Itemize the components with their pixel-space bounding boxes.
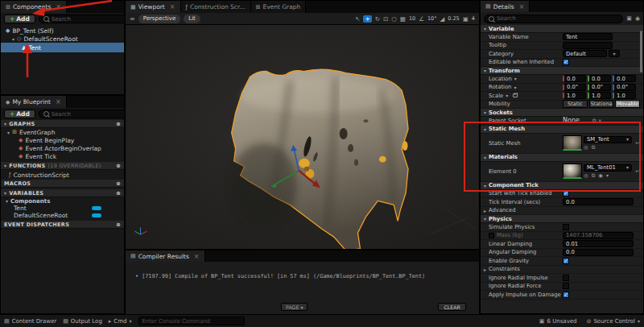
browse-to-asset-icon[interactable]: ⧉ xyxy=(592,172,596,179)
simulate-physics-checkbox[interactable] xyxy=(563,224,569,230)
tab-compiler-results[interactable]: ▤ Compiler Results × xyxy=(126,250,205,262)
tab-components[interactable]: ⊞ Components × xyxy=(1,1,67,13)
location-y-field[interactable]: 0.0 xyxy=(588,75,611,82)
ignore-radial-impulse-checkbox[interactable] xyxy=(563,275,569,281)
page-dropdown[interactable]: PAGE ▾ xyxy=(281,303,308,311)
scale-tool-icon[interactable]: ⊡ xyxy=(383,15,388,23)
tree-item-tent[interactable]: ▲ Tent xyxy=(1,43,124,52)
event-graph-item[interactable]: ▾ ⊞ EventGraph xyxy=(1,128,124,136)
components-search[interactable] xyxy=(39,14,134,23)
variable-tent[interactable]: Tent xyxy=(1,205,124,212)
tab-construction-script[interactable]: ƒ Construction Scr... xyxy=(181,1,251,13)
mobility-movable[interactable]: Movable xyxy=(615,100,640,108)
category-dropdown[interactable]: Default xyxy=(563,50,607,57)
section-variable[interactable]: ▾ Variable xyxy=(481,25,643,33)
details-search[interactable] xyxy=(484,14,623,23)
scale-snap-icon[interactable]: ◢ xyxy=(440,15,445,23)
functions-header[interactable]: ▾ FUNCTIONS (19 OVERRIDABLE) ⊕ xyxy=(1,162,124,170)
my-blueprint-search[interactable] xyxy=(39,110,134,118)
close-icon[interactable]: × xyxy=(56,98,61,106)
caret-down-icon[interactable]: ▾ xyxy=(12,36,14,42)
linear-damping-field[interactable]: 0.01 xyxy=(563,240,634,247)
static-mesh-thumbnail[interactable] xyxy=(563,135,582,151)
section-static-mesh[interactable]: ▾ Static Mesh xyxy=(481,126,643,134)
material-thumbnail[interactable] xyxy=(563,164,582,179)
section-transform[interactable]: ▾ Transform xyxy=(481,67,643,75)
socket-clear-icon[interactable]: × xyxy=(598,118,602,124)
tab-details[interactable]: ▤ Details × xyxy=(481,1,530,12)
variable-type-pill[interactable] xyxy=(92,213,101,217)
select-tool-icon[interactable]: ↖ xyxy=(355,15,360,23)
gear-icon[interactable]: ◉ xyxy=(635,15,640,22)
details-search-input[interactable] xyxy=(497,15,618,22)
perspective-dropdown[interactable]: Perspective xyxy=(138,14,181,23)
angle-snap-icon[interactable]: ∠ xyxy=(419,15,424,23)
grid-snap-value[interactable]: 10 xyxy=(409,15,415,22)
material-options-icon[interactable]: ◉ xyxy=(598,172,603,179)
event-begin-play-item[interactable]: ◆ Event BeginPlay xyxy=(1,136,124,144)
socket-browse-icon[interactable]: ⧉ xyxy=(592,118,597,124)
tree-item-default-scene-root[interactable]: ▾ ◇ DefaultSceneRoot xyxy=(1,35,124,43)
viewport-menu-icon[interactable]: ≡ xyxy=(130,15,135,23)
advanced-expander[interactable]: ▸ Advanced xyxy=(481,207,643,216)
my-blueprint-search-input[interactable] xyxy=(52,111,129,118)
angular-damping-field[interactable]: 0.0 xyxy=(563,249,634,256)
use-selected-asset-icon[interactable]: ◎ xyxy=(584,172,588,179)
content-drawer-button[interactable]: ▤ Content Drawer xyxy=(4,318,56,325)
ignore-radial-force-checkbox[interactable] xyxy=(563,283,569,289)
constraints-expander[interactable]: ▸ Constraints xyxy=(481,266,643,275)
add-blueprint-item-button[interactable]: + Add xyxy=(4,110,35,118)
world-space-icon[interactable]: ○ xyxy=(391,15,397,23)
rotate-tool-icon[interactable]: ↻ xyxy=(375,15,380,23)
event-tick-item[interactable]: ◆ Event Tick xyxy=(1,152,124,160)
details-scrollbar[interactable] xyxy=(640,31,642,72)
close-icon[interactable]: × xyxy=(519,3,525,10)
use-selected-asset-icon[interactable]: ◎ xyxy=(584,144,588,151)
start-with-tick-enabled-checkbox[interactable]: ✓ xyxy=(563,190,569,197)
close-icon[interactable]: × xyxy=(56,3,61,10)
macros-header[interactable]: MACROS ⊕ xyxy=(1,180,124,188)
caret-down-icon[interactable]: ▾ xyxy=(606,172,609,178)
reset-to-default-icon[interactable]: ↩ xyxy=(635,168,640,175)
lock-icon[interactable] xyxy=(513,93,518,97)
add-variable-icon[interactable]: ⊕ xyxy=(116,190,121,197)
output-log-button[interactable]: ▤ Output Log xyxy=(63,318,102,325)
tree-item-bp-tent[interactable]: ◆ BP_Tent (Self) xyxy=(1,27,124,35)
editable-when-inherited-checkbox[interactable]: ✓ xyxy=(563,59,569,65)
scale-snap-value[interactable]: 0.25 xyxy=(448,15,459,22)
components-search-input[interactable] xyxy=(52,16,129,23)
graphs-header[interactable]: ▾ GRAPHS ⊕ xyxy=(1,120,124,128)
add-function-icon[interactable]: ⊕ xyxy=(116,163,121,169)
enable-gravity-checkbox[interactable]: ✓ xyxy=(563,258,569,264)
event-actor-begin-overlap-item[interactable]: ◆ Event ActorBeginOverlap xyxy=(1,144,124,152)
clear-button[interactable]: CLEAR xyxy=(438,303,466,311)
section-component-tick[interactable]: ▾ Component Tick xyxy=(481,182,643,190)
camera-speed-value[interactable]: 4 xyxy=(472,15,475,22)
browse-to-asset-icon[interactable]: ⧉ xyxy=(592,144,596,151)
scale-z-field[interactable]: 1.0 xyxy=(613,92,636,99)
location-z-field[interactable]: 0.0 xyxy=(613,75,636,82)
move-tool-icon[interactable]: + xyxy=(363,15,371,23)
source-control-button[interactable]: ⊘ Source Control ▾ xyxy=(587,318,640,325)
add-component-button[interactable]: + Add xyxy=(4,14,35,23)
scale-x-field[interactable]: 1.0 xyxy=(563,92,586,99)
tab-my-blueprint[interactable]: ◆ My Blueprint × xyxy=(1,96,67,108)
mobility-static[interactable]: Static xyxy=(563,100,588,108)
rotation-z-field[interactable]: 0.0° xyxy=(613,84,636,91)
section-physics[interactable]: ▾ Physics xyxy=(481,215,643,223)
viewport-3d-scene[interactable] xyxy=(126,25,479,249)
close-icon[interactable]: × xyxy=(194,253,200,260)
display-filter-icon[interactable]: ▣ xyxy=(626,15,632,22)
camera-speed-icon[interactable]: ▣ xyxy=(463,15,469,23)
mobility-stationary[interactable]: Stationa xyxy=(589,100,614,108)
section-sockets[interactable]: ▾ Sockets xyxy=(481,109,643,117)
apply-impulse-on-damage-checkbox[interactable]: ✓ xyxy=(563,292,569,298)
add-graph-icon[interactable]: ⊕ xyxy=(116,121,121,127)
tooltip-field[interactable] xyxy=(566,42,609,48)
console-command-input-wrap[interactable] xyxy=(138,317,245,325)
tick-interval-field[interactable]: 0.0 xyxy=(563,198,634,205)
location-x-field[interactable]: 0.0 xyxy=(563,75,586,82)
angle-snap-value[interactable]: 10° xyxy=(427,15,437,22)
add-dispatcher-icon[interactable]: ⊕ xyxy=(116,221,121,228)
variables-header[interactable]: ▾ VARIABLES ⊕ xyxy=(1,189,124,197)
